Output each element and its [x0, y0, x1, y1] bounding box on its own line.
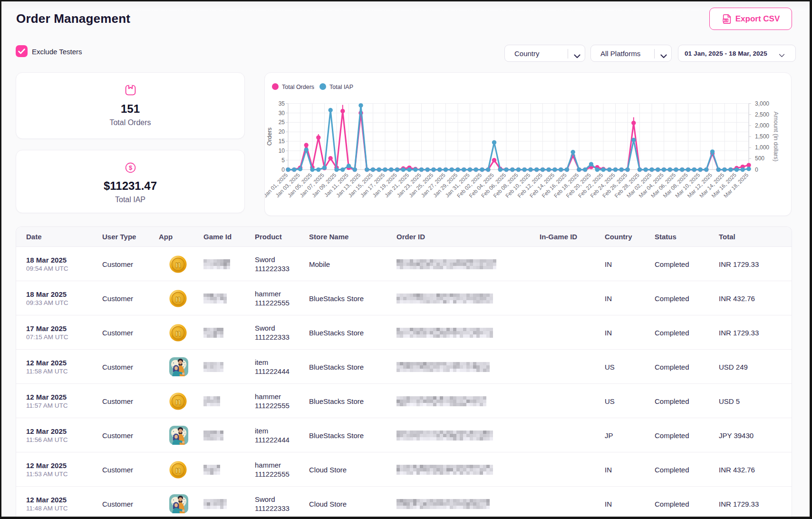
svg-text:Total IAP: Total IAP	[329, 84, 353, 90]
svg-text:2,500: 2,500	[755, 111, 769, 118]
svg-text:5: 5	[281, 157, 285, 164]
svg-text:1,500: 1,500	[755, 133, 769, 140]
svg-text:n: n	[175, 327, 181, 338]
svg-text:$: $	[128, 164, 132, 171]
svg-text:n: n	[175, 259, 181, 269]
svg-text:Orders: Orders	[266, 127, 273, 146]
svg-text:10: 10	[279, 147, 285, 154]
svg-text:3,000: 3,000	[755, 100, 769, 107]
svg-text:500: 500	[755, 155, 764, 162]
svg-text:25: 25	[279, 119, 285, 126]
svg-text:1,000: 1,000	[755, 144, 769, 151]
svg-text:n: n	[175, 293, 181, 304]
svg-text:20: 20	[279, 128, 285, 135]
svg-text:n: n	[175, 464, 181, 475]
svg-text:0: 0	[755, 166, 758, 173]
svg-text:15: 15	[279, 138, 285, 145]
svg-text:Amount (in dollars): Amount (in dollars)	[773, 112, 779, 162]
svg-text:30: 30	[279, 110, 285, 117]
svg-text:2,000: 2,000	[755, 122, 769, 129]
svg-text:35: 35	[279, 100, 285, 107]
svg-text:n: n	[175, 396, 181, 406]
svg-text:XLS: XLS	[723, 19, 728, 21]
svg-text:Total Orders: Total Orders	[282, 84, 314, 90]
